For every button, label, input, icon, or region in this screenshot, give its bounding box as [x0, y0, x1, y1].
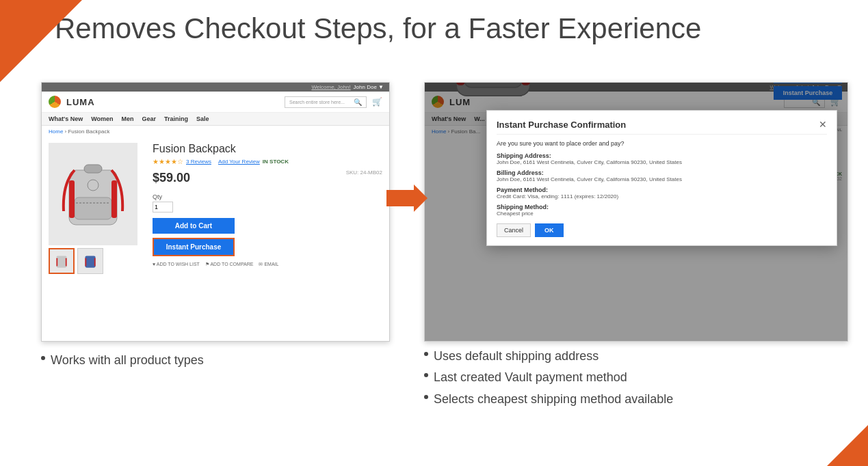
svg-rect-7 — [56, 256, 66, 267]
nav-men[interactable]: Men — [122, 115, 134, 122]
svg-rect-5 — [111, 180, 117, 218]
nav-training[interactable]: Training — [164, 115, 188, 122]
bullet-dot-right-2 — [424, 373, 428, 377]
modal-buttons: Cancel OK — [497, 223, 827, 237]
svg-rect-8 — [56, 258, 57, 266]
shipping-address-value: John Doe, 6161 West Centinela, Culver Ci… — [497, 159, 827, 165]
qty-input[interactable] — [153, 202, 173, 213]
shipping-method-label: Shipping Method: — [497, 204, 827, 210]
nav-sale[interactable]: Sale — [196, 115, 209, 122]
product-price: $59.00 — [153, 171, 190, 185]
compare-action[interactable]: ⚑ ADD TO COMPARE — [205, 262, 254, 267]
bullet-dot-right-3 — [424, 395, 428, 399]
nav-gear[interactable]: Gear — [142, 115, 157, 122]
welcome-text-left: Welcome, John! — [311, 84, 350, 90]
product-main-image — [49, 143, 137, 245]
instant-purchase-button-left[interactable]: Instant Purchase — [153, 238, 235, 256]
product-actions: ♥ ADD TO WISH LIST ⚑ ADD TO COMPARE ✉ EM… — [153, 262, 382, 267]
product-thumb-1[interactable] — [49, 248, 75, 274]
modal-close-icon[interactable]: ✕ — [819, 119, 827, 130]
bullet-dot-right-1 — [424, 352, 428, 356]
screen-right: Welcome, John! John Doe ▼ LUM 🔍 🛒 What's… — [424, 82, 848, 342]
add-review-link[interactable]: Add Your Review — [218, 159, 260, 165]
nav-whats-new[interactable]: What's New — [49, 115, 83, 122]
search-icon: 🔍 — [354, 98, 362, 106]
breadcrumb-product-left: Fusion Backpack — [68, 128, 109, 135]
email-action[interactable]: ✉ EMAIL — [259, 262, 278, 267]
svg-rect-1 — [84, 165, 102, 173]
svg-rect-11 — [85, 258, 86, 266]
instant-purchase-modal: Instant Purchase Confirmation ✕ Are you … — [486, 110, 837, 246]
nav-women[interactable]: Women — [91, 115, 113, 122]
bullet-dot-left-1 — [41, 356, 45, 360]
billing-address-value: John Doe, 6161 West Centinela, Culver Ci… — [497, 176, 827, 182]
reviews-link[interactable]: 3 Reviews — [186, 159, 211, 165]
shipping-method-value: Cheapest price — [497, 210, 827, 217]
backpack-illustration — [55, 150, 131, 238]
product-sku: SKU: 24-MB02 — [346, 169, 382, 188]
wishlist-action[interactable]: ♥ ADD TO WISH LIST — [153, 262, 200, 267]
breadcrumb-home-left[interactable]: Home — [49, 128, 63, 135]
svg-rect-10 — [85, 256, 95, 267]
bullet-text-left-1: Works with all product types — [51, 353, 204, 368]
svg-rect-4 — [69, 180, 75, 218]
product-stars: ★★★★☆ — [153, 158, 183, 165]
user-text-left: John Doe ▼ — [354, 84, 384, 90]
search-placeholder-left: Search entire store here... — [289, 100, 345, 105]
svg-rect-12 — [94, 258, 96, 266]
breadcrumb-left: Home › Fusion Backpack — [42, 126, 389, 137]
bullet-item-right-1: Uses default shipping address — [424, 348, 834, 364]
cart-icon-left: 🛒 — [372, 97, 382, 107]
main-title: Removes Checkout Steps, for a Faster Exp… — [55, 12, 854, 45]
screen-left: Welcome, John! John Doe ▼ LUMA Search en… — [41, 82, 390, 342]
bullet-text-right-1: Uses default shipping address — [434, 348, 599, 364]
modal-header: Instant Purchase Confirmation ✕ — [497, 119, 827, 135]
luma-header-left: LUMA Search entire store here... 🔍 🛒 — [42, 92, 389, 113]
nav-bar-left: What's New Women Men Gear Training Sale — [42, 113, 389, 126]
screen-topbar-left: Welcome, John! John Doe ▼ — [42, 83, 389, 92]
arrow-icon — [386, 184, 428, 212]
bullet-text-right-3: Selects cheapest shipping method availab… — [434, 392, 673, 407]
stock-status: IN STOCK — [263, 159, 289, 165]
payment-method-value: Credit Card: Visa, ending: 1111 (expires… — [497, 193, 827, 200]
svg-rect-9 — [66, 258, 67, 266]
svg-marker-13 — [386, 184, 428, 212]
product-image-area — [49, 143, 144, 274]
shipping-address-label: Shipping Address: — [497, 152, 827, 159]
product-details: Fusion Backpack ★★★★☆ 3 Reviews Add Your… — [153, 143, 382, 274]
modal-question: Are you sure you want to place order and… — [497, 140, 827, 147]
search-bar-left[interactable]: Search entire store here... 🔍 — [285, 96, 367, 108]
billing-address-label: Billing Address: — [497, 169, 827, 176]
modal-cancel-button[interactable]: Cancel — [497, 223, 531, 237]
bullet-item-right-3: Selects cheapest shipping method availab… — [424, 392, 834, 407]
thumb-2-icon — [81, 251, 100, 271]
thumb-1-icon — [52, 251, 71, 271]
product-thumb-2[interactable] — [77, 248, 103, 274]
bullet-text-right-2: Last created Vault payment method — [434, 370, 627, 385]
modal-title: Instant Purchase Confirmation — [497, 120, 626, 130]
bullets-left: Works with all product types — [41, 353, 383, 374]
modal-ok-button[interactable]: OK — [535, 223, 564, 237]
product-thumbs — [49, 248, 144, 274]
triangle-decoration-bottom-right — [827, 425, 868, 466]
arrow-right — [386, 184, 428, 212]
slide: Removes Checkout Steps, for a Faster Exp… — [0, 0, 868, 466]
product-area-left: Fusion Backpack ★★★★☆ 3 Reviews Add Your… — [42, 137, 389, 279]
qty-label: Qty — [153, 193, 382, 200]
bullet-item-left-1: Works with all product types — [41, 353, 383, 368]
bullet-item-right-2: Last created Vault payment method — [424, 370, 834, 385]
svg-rect-2 — [75, 197, 111, 219]
bullets-right: Uses default shipping address Last creat… — [424, 348, 834, 413]
add-to-cart-button[interactable]: Add to Cart — [153, 218, 235, 234]
payment-method-label: Payment Method: — [497, 187, 827, 193]
luma-logo-icon — [49, 96, 61, 108]
product-name: Fusion Backpack — [153, 143, 236, 155]
luma-logo-text: LUMA — [66, 97, 95, 107]
triangle-decoration-top — [0, 0, 82, 82]
